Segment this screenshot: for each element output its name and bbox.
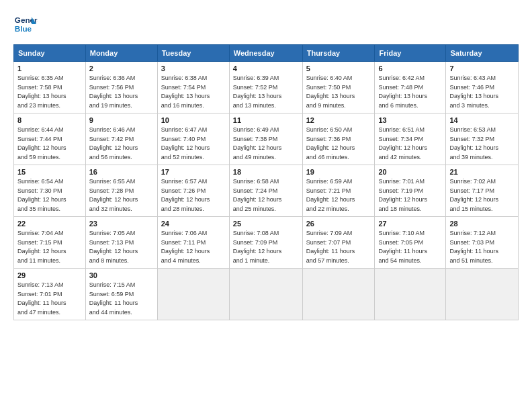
day-number: 12 <box>306 116 371 124</box>
day-info: Sunrise: 6:55 AM Sunset: 7:28 PM Dayligh… <box>89 177 154 214</box>
calendar-cell: 14Sunrise: 6:53 AM Sunset: 7:32 PM Dayli… <box>446 113 519 165</box>
calendar-cell: 6Sunrise: 6:42 AM Sunset: 7:48 PM Daylig… <box>375 62 446 113</box>
calendar-cell: 8Sunrise: 6:44 AM Sunset: 7:44 PM Daylig… <box>14 113 86 165</box>
day-number: 18 <box>233 168 299 176</box>
svg-text:Blue: Blue <box>15 24 32 33</box>
calendar-cell: 18Sunrise: 6:58 AM Sunset: 7:24 PM Dayli… <box>229 165 302 217</box>
day-info: Sunrise: 6:59 AM Sunset: 7:21 PM Dayligh… <box>306 177 371 214</box>
day-info: Sunrise: 6:49 AM Sunset: 7:38 PM Dayligh… <box>233 126 299 162</box>
day-info: Sunrise: 7:01 AM Sunset: 7:19 PM Dayligh… <box>378 177 442 214</box>
day-number: 13 <box>378 116 442 124</box>
day-info: Sunrise: 7:15 AM Sunset: 6:59 PM Dayligh… <box>89 281 154 317</box>
calendar-cell: 27Sunrise: 7:10 AM Sunset: 7:05 PM Dayli… <box>375 217 446 269</box>
day-info: Sunrise: 6:42 AM Sunset: 7:48 PM Dayligh… <box>378 74 442 110</box>
calendar-week-4: 22Sunrise: 7:04 AM Sunset: 7:15 PM Dayli… <box>14 217 519 269</box>
calendar-cell: 7Sunrise: 6:43 AM Sunset: 7:46 PM Daylig… <box>446 62 519 113</box>
calendar-cell: 3Sunrise: 6:38 AM Sunset: 7:54 PM Daylig… <box>157 62 229 113</box>
calendar-cell <box>229 269 302 320</box>
day-number: 16 <box>89 168 154 176</box>
calendar-cell: 26Sunrise: 7:09 AM Sunset: 7:07 PM Dayli… <box>302 217 375 269</box>
day-info: Sunrise: 7:02 AM Sunset: 7:17 PM Dayligh… <box>449 177 515 214</box>
day-info: Sunrise: 6:47 AM Sunset: 7:40 PM Dayligh… <box>161 126 226 162</box>
day-number: 14 <box>449 116 515 124</box>
calendar-cell <box>157 269 229 320</box>
calendar-cell: 22Sunrise: 7:04 AM Sunset: 7:15 PM Dayli… <box>14 217 86 269</box>
calendar-cell: 30Sunrise: 7:15 AM Sunset: 6:59 PM Dayli… <box>85 269 157 320</box>
day-info: Sunrise: 6:35 AM Sunset: 7:58 PM Dayligh… <box>17 74 82 110</box>
weekday-saturday: Saturday <box>446 45 519 62</box>
day-number: 29 <box>17 271 82 279</box>
day-number: 19 <box>306 168 371 176</box>
day-number: 9 <box>89 116 154 124</box>
day-info: Sunrise: 6:44 AM Sunset: 7:44 PM Dayligh… <box>17 126 82 162</box>
calendar-week-3: 15Sunrise: 6:54 AM Sunset: 7:30 PM Dayli… <box>14 165 519 217</box>
day-number: 10 <box>161 116 226 124</box>
day-number: 27 <box>378 220 442 228</box>
day-info: Sunrise: 6:40 AM Sunset: 7:50 PM Dayligh… <box>306 74 371 110</box>
calendar-cell: 11Sunrise: 6:49 AM Sunset: 7:38 PM Dayli… <box>229 113 302 165</box>
day-info: Sunrise: 6:43 AM Sunset: 7:46 PM Dayligh… <box>449 74 515 110</box>
day-number: 21 <box>449 168 515 176</box>
weekday-friday: Friday <box>375 45 446 62</box>
calendar-week-2: 8Sunrise: 6:44 AM Sunset: 7:44 PM Daylig… <box>14 113 519 165</box>
general-blue-logo-icon: General Blue <box>13 12 38 36</box>
calendar-cell: 29Sunrise: 7:13 AM Sunset: 7:01 PM Dayli… <box>14 269 86 320</box>
day-number: 4 <box>233 64 299 73</box>
weekday-thursday: Thursday <box>302 45 375 62</box>
weekday-wednesday: Wednesday <box>229 45 302 62</box>
day-number: 25 <box>233 220 299 228</box>
day-number: 7 <box>449 64 515 73</box>
calendar-cell: 28Sunrise: 7:12 AM Sunset: 7:03 PM Dayli… <box>446 217 519 269</box>
calendar-cell <box>302 269 375 320</box>
calendar-cell: 24Sunrise: 7:06 AM Sunset: 7:11 PM Dayli… <box>157 217 229 269</box>
day-number: 22 <box>17 220 82 228</box>
calendar-cell: 4Sunrise: 6:39 AM Sunset: 7:52 PM Daylig… <box>229 62 302 113</box>
weekday-monday: Monday <box>85 45 157 62</box>
day-info: Sunrise: 6:36 AM Sunset: 7:56 PM Dayligh… <box>89 74 154 110</box>
day-number: 11 <box>233 116 299 124</box>
calendar-cell: 10Sunrise: 6:47 AM Sunset: 7:40 PM Dayli… <box>157 113 229 165</box>
day-info: Sunrise: 6:51 AM Sunset: 7:34 PM Dayligh… <box>378 126 442 162</box>
calendar-cell: 23Sunrise: 7:05 AM Sunset: 7:13 PM Dayli… <box>85 217 157 269</box>
day-info: Sunrise: 6:58 AM Sunset: 7:24 PM Dayligh… <box>233 177 299 214</box>
calendar-week-5: 29Sunrise: 7:13 AM Sunset: 7:01 PM Dayli… <box>14 269 519 320</box>
calendar-cell: 25Sunrise: 7:08 AM Sunset: 7:09 PM Dayli… <box>229 217 302 269</box>
day-info: Sunrise: 7:13 AM Sunset: 7:01 PM Dayligh… <box>17 281 82 317</box>
day-info: Sunrise: 7:04 AM Sunset: 7:15 PM Dayligh… <box>17 229 82 265</box>
day-number: 1 <box>17 64 82 73</box>
calendar-cell: 21Sunrise: 7:02 AM Sunset: 7:17 PM Dayli… <box>446 165 519 217</box>
calendar-cell: 2Sunrise: 6:36 AM Sunset: 7:56 PM Daylig… <box>85 62 157 113</box>
day-info: Sunrise: 6:39 AM Sunset: 7:52 PM Dayligh… <box>233 74 299 110</box>
day-info: Sunrise: 7:06 AM Sunset: 7:11 PM Dayligh… <box>161 229 226 265</box>
day-info: Sunrise: 6:38 AM Sunset: 7:54 PM Dayligh… <box>161 74 226 110</box>
calendar-cell <box>375 269 446 320</box>
calendar-cell: 17Sunrise: 6:57 AM Sunset: 7:26 PM Dayli… <box>157 165 229 217</box>
calendar-cell <box>446 269 519 320</box>
calendar-table: SundayMondayTuesdayWednesdayThursdayFrid… <box>13 44 519 320</box>
calendar-cell: 12Sunrise: 6:50 AM Sunset: 7:36 PM Dayli… <box>302 113 375 165</box>
calendar-cell: 13Sunrise: 6:51 AM Sunset: 7:34 PM Dayli… <box>375 113 446 165</box>
day-info: Sunrise: 6:57 AM Sunset: 7:26 PM Dayligh… <box>161 177 226 214</box>
calendar-cell: 16Sunrise: 6:55 AM Sunset: 7:28 PM Dayli… <box>85 165 157 217</box>
day-number: 17 <box>161 168 226 176</box>
weekday-sunday: Sunday <box>14 45 86 62</box>
day-info: Sunrise: 7:05 AM Sunset: 7:13 PM Dayligh… <box>89 229 154 265</box>
calendar-cell: 20Sunrise: 7:01 AM Sunset: 7:19 PM Dayli… <box>375 165 446 217</box>
calendar-cell: 19Sunrise: 6:59 AM Sunset: 7:21 PM Dayli… <box>302 165 375 217</box>
calendar-week-1: 1Sunrise: 6:35 AM Sunset: 7:58 PM Daylig… <box>14 62 519 113</box>
day-info: Sunrise: 7:10 AM Sunset: 7:05 PM Dayligh… <box>378 229 442 265</box>
day-info: Sunrise: 6:50 AM Sunset: 7:36 PM Dayligh… <box>306 126 371 162</box>
calendar-cell: 15Sunrise: 6:54 AM Sunset: 7:30 PM Dayli… <box>14 165 86 217</box>
page: General Blue SundayMondayTuesdayWednesda… <box>0 0 532 327</box>
day-info: Sunrise: 6:46 AM Sunset: 7:42 PM Dayligh… <box>89 126 154 162</box>
day-number: 30 <box>89 271 154 279</box>
day-number: 3 <box>161 64 226 73</box>
day-info: Sunrise: 7:09 AM Sunset: 7:07 PM Dayligh… <box>306 229 371 265</box>
day-number: 6 <box>378 64 442 73</box>
day-number: 2 <box>89 64 154 73</box>
day-info: Sunrise: 6:53 AM Sunset: 7:32 PM Dayligh… <box>449 126 515 162</box>
day-number: 26 <box>306 220 371 228</box>
day-number: 8 <box>17 116 82 124</box>
calendar-body: 1Sunrise: 6:35 AM Sunset: 7:58 PM Daylig… <box>14 62 519 320</box>
calendar-cell: 9Sunrise: 6:46 AM Sunset: 7:42 PM Daylig… <box>85 113 157 165</box>
